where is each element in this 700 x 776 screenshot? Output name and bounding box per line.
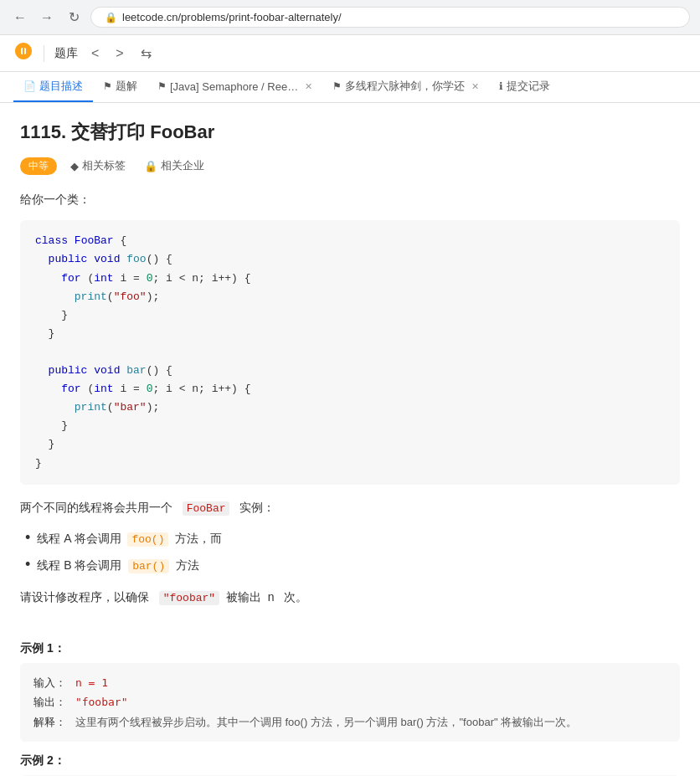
bullet-dot-1: • <box>25 529 30 547</box>
example1-output-value: "foobar" <box>75 696 128 708</box>
shared-desc: 两个不同的线程将会共用一个 FooBar 实例： <box>20 498 680 518</box>
tab-solution-label: 题解 <box>116 79 137 94</box>
tags-row: 中等 ◆ 相关标签 🔒 相关企业 <box>20 157 680 175</box>
shared-desc-text: 两个不同的线程将会共用一个 <box>20 501 172 514</box>
bullet-list: • 线程 A 将会调用 foo() 方法，而 • 线程 B 将会调用 bar()… <box>20 529 680 576</box>
example1-input: 输入： n = 1 <box>33 673 667 692</box>
tab-description[interactable]: 📄 题目描述 <box>13 72 93 102</box>
example1-block: 输入： n = 1 输出： "foobar" 解释： 这里有两个线程被异步启动。… <box>20 663 680 742</box>
address-bar[interactable]: 🔒 leetcode.cn/problems/print-foobar-alte… <box>90 7 690 28</box>
example1-explain: 解释： 这里有两个线程被异步启动。其中一个调用 foo() 方法，另一个调用 b… <box>33 712 667 732</box>
library-link[interactable]: 题库 <box>54 46 78 61</box>
company-icon: 🔒 <box>144 160 157 172</box>
related-tags-button[interactable]: ◆ 相关标签 <box>65 157 131 175</box>
tab-multi-label: 多线程六脉神剑，你学还 <box>345 79 465 94</box>
bullet-1-text: 线程 A 将会调用 foo() 方法，而 <box>37 529 222 549</box>
tab-java-label: [Java] Semaphore / Ree… <box>170 80 298 93</box>
code-block: class FooBar { public void foo() { for (… <box>20 220 680 484</box>
example1-output: 输出： "foobar" <box>33 692 667 712</box>
example1-input-value: n = 1 <box>75 676 108 689</box>
spacer-1 <box>20 619 680 633</box>
example1-explain-text: 这里有两个线程被异步启动。其中一个调用 foo() 方法，另一个调用 bar()… <box>75 716 577 728</box>
shuffle-button[interactable]: ⇆ <box>137 42 155 64</box>
bullet-item-1: • 线程 A 将会调用 foo() 方法，而 <box>25 529 680 549</box>
example1-label: 示例 1： <box>20 641 680 656</box>
example2-label: 示例 2： <box>20 753 680 768</box>
bar-method-inline: bar() <box>128 559 169 573</box>
lock-icon: 🔒 <box>105 12 117 23</box>
problem-title-text: 交替打印 FooBar <box>71 121 214 142</box>
example1-input-label: 输入： <box>33 676 66 689</box>
tab-submissions-label: 提交记录 <box>507 79 550 94</box>
related-company-button[interactable]: 🔒 相关企业 <box>139 157 209 175</box>
nav-prev-button[interactable]: < <box>88 43 102 64</box>
refresh-button[interactable]: ↻ <box>64 8 84 28</box>
bullet-2-text: 线程 B 将会调用 bar() 方法 <box>37 556 199 576</box>
tag-icon: ◆ <box>70 160 79 172</box>
tab-description-icon: 📄 <box>23 80 36 92</box>
foobar-string-inline: "foobar" <box>159 591 219 605</box>
header-divider <box>44 45 44 62</box>
foo-method-inline: foo() <box>127 532 168 547</box>
difficulty-badge: 中等 <box>20 157 57 175</box>
nav-next-button[interactable]: > <box>112 43 126 64</box>
tab-solution[interactable]: ⚑ 题解 <box>93 72 147 102</box>
app-header: 题库 < > ⇆ <box>0 35 700 72</box>
intro-text: 给你一个类： <box>20 190 680 208</box>
tab-submissions[interactable]: ℹ 提交记录 <box>489 72 560 102</box>
tab-submissions-icon: ℹ <box>499 80 503 92</box>
tab-java-semaphore[interactable]: ⚑ [Java] Semaphore / Ree… ✕ <box>147 74 322 101</box>
back-button[interactable]: ← <box>10 8 30 28</box>
problem-number: 1115. <box>20 121 66 142</box>
example1-explain-label: 解释： <box>33 716 66 728</box>
browser-chrome: ← → ↻ 🔒 leetcode.cn/problems/print-fooba… <box>0 0 700 35</box>
url-text: leetcode.cn/problems/print-foobar-altern… <box>122 11 342 23</box>
page-content: 1115. 交替打印 FooBar 中等 ◆ 相关标签 🔒 相关企业 给你一个类… <box>0 103 700 776</box>
foobar-class-inline: FooBar <box>183 501 230 516</box>
bullet-dot-2: • <box>25 556 30 574</box>
related-tags-label: 相关标签 <box>82 158 126 173</box>
related-company-label: 相关企业 <box>161 158 204 173</box>
tab-description-label: 题目描述 <box>39 79 83 94</box>
forward-button[interactable]: → <box>37 8 57 28</box>
example1-output-label: 输出： <box>33 696 66 708</box>
n-inline: n <box>268 590 275 604</box>
bullet-item-2: • 线程 B 将会调用 bar() 方法 <box>25 556 680 576</box>
logo[interactable] <box>13 41 33 66</box>
tab-java-icon: ⚑ <box>157 80 167 92</box>
problem-title: 1115. 交替打印 FooBar <box>20 120 680 145</box>
tab-multi-icon: ⚑ <box>332 80 342 92</box>
shared-desc-end: 实例： <box>239 501 275 514</box>
tab-java-close[interactable]: ✕ <box>305 81 312 92</box>
tab-multithreading[interactable]: ⚑ 多线程六脉神剑，你学还 ✕ <box>322 72 489 102</box>
tab-solution-icon: ⚑ <box>103 80 112 92</box>
tabs-bar: 📄 题目描述 ⚑ 题解 ⚑ [Java] Semaphore / Ree… ✕ … <box>0 72 700 103</box>
output-desc: 请设计修改程序，以确保 "foobar" 被输出 n 次。 <box>20 588 680 608</box>
tab-multi-close[interactable]: ✕ <box>471 81 479 92</box>
